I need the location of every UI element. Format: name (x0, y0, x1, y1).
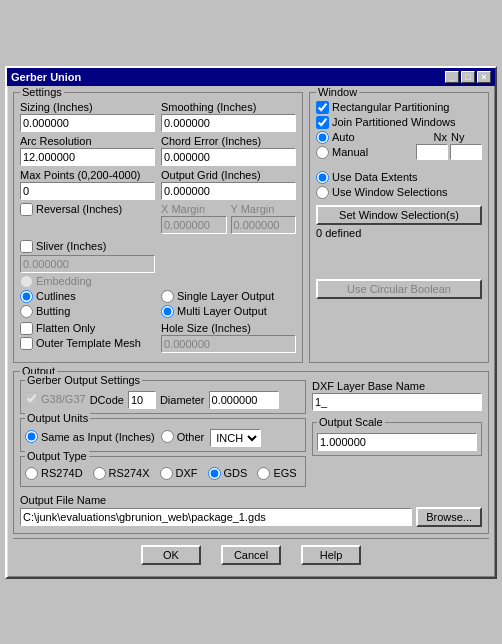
help-button[interactable]: Help (301, 545, 361, 565)
ok-button[interactable]: OK (141, 545, 201, 565)
close-button[interactable]: × (477, 71, 491, 83)
arc-resolution-field: Arc Resolution (20, 135, 155, 166)
chord-error-input[interactable] (161, 148, 296, 166)
flatten-outer-row: Flatten Only Outer Template Mesh Hole Si… (20, 322, 296, 353)
title-bar: Gerber Union _ □ × (7, 68, 495, 86)
max-points-label: Max Points (0,200-4000) (20, 169, 155, 181)
sizing-field: Sizing (Inches) (20, 101, 155, 132)
chord-error-field: Chord Error (Inches) (161, 135, 296, 166)
g38g37-checkbox (25, 392, 38, 405)
rs274x-radio-row: RS274X (93, 467, 150, 480)
sliver-input (20, 255, 155, 273)
use-circular-button: Use Circular Boolean (316, 279, 482, 299)
settings-group: Settings Sizing (Inches) Smoothing (Inch… (13, 92, 303, 363)
output-type-sub-group: Output Type RS274D RS274X (20, 456, 306, 487)
maximize-button[interactable]: □ (461, 71, 475, 83)
single-layer-radio[interactable] (161, 290, 174, 303)
same-as-input-radio[interactable] (25, 430, 38, 443)
cutlines-radio-row: Cutlines (20, 290, 155, 303)
outer-template-check-row: Outer Template Mesh (20, 337, 155, 350)
reversal-label: Reversal (Inches) (36, 203, 122, 215)
dxf-layer-input[interactable] (312, 393, 482, 411)
embedding-radio-row: Embedding (20, 275, 296, 288)
sizing-label: Sizing (Inches) (20, 101, 155, 113)
smoothing-field: Smoothing (Inches) (161, 101, 296, 132)
arc-resolution-input[interactable] (20, 148, 155, 166)
rectangular-label: Rectangular Partitioning (332, 101, 449, 113)
y-margin-label: Y Margin (231, 203, 297, 215)
output-file-input[interactable] (20, 508, 412, 526)
dxf-layer-label: DXF Layer Base Name (312, 380, 482, 392)
y-margin-field: Y Margin (231, 203, 297, 234)
other-radio-row: Other (161, 430, 205, 443)
x-margin-label: X Margin (161, 203, 227, 215)
output-file-label: Output File Name (20, 494, 482, 506)
use-window-radio[interactable] (316, 186, 329, 199)
manual-radio[interactable] (316, 146, 329, 159)
smoothing-input[interactable] (161, 114, 296, 132)
egs-label: EGS (273, 467, 296, 479)
browse-button[interactable]: Browse... (416, 507, 482, 527)
dxf-label: DXF (176, 467, 198, 479)
content-area: Settings Sizing (Inches) Smoothing (Inch… (7, 86, 495, 577)
manual-label: Manual (332, 146, 368, 158)
arc-chord-row: Arc Resolution Chord Error (Inches) (20, 135, 296, 169)
embedding-radio (20, 275, 33, 288)
settings-label: Settings (20, 86, 64, 98)
dxf-radio[interactable] (160, 467, 173, 480)
minimize-button[interactable]: _ (445, 71, 459, 83)
join-check-row: Join Partitioned Windows (316, 116, 482, 129)
set-window-button[interactable]: Set Window Selection(s) (316, 205, 482, 225)
output-group: Output Gerber Output Settings G38/G37 DC… (13, 371, 489, 534)
rs274d-radio[interactable] (25, 467, 38, 480)
window-title: Gerber Union (11, 71, 81, 83)
y-margin-input (231, 216, 297, 234)
auto-radio-row: Auto (316, 131, 410, 144)
rectangular-checkbox[interactable] (316, 101, 329, 114)
dxf-radio-row: DXF (160, 467, 198, 480)
sliver-checkbox[interactable] (20, 240, 33, 253)
use-data-radio[interactable] (316, 171, 329, 184)
flatten-checkbox[interactable] (20, 322, 33, 335)
diameter-input[interactable] (209, 391, 279, 409)
sizing-input[interactable] (20, 114, 155, 132)
egs-radio-row: EGS (257, 467, 296, 480)
outer-template-checkbox[interactable] (20, 337, 33, 350)
g38g37-label: G38/G37 (41, 393, 86, 405)
auto-radio[interactable] (316, 131, 329, 144)
rs274x-radio[interactable] (93, 467, 106, 480)
egs-radio[interactable] (257, 467, 270, 480)
max-points-input[interactable] (20, 182, 155, 200)
cutlines-radio[interactable] (20, 290, 33, 303)
reversal-row: Reversal (Inches) X Margin Y Margin (20, 203, 296, 237)
sizing-smoothing-row: Sizing (Inches) Smoothing (Inches) (20, 101, 296, 135)
dcode-input[interactable] (128, 391, 156, 409)
x-margin-field: X Margin (161, 203, 227, 234)
embedding-label: Embedding (36, 275, 92, 287)
dxf-layer-field: DXF Layer Base Name (312, 380, 482, 411)
main-window: Gerber Union _ □ × Settings Sizing (Inch… (5, 66, 497, 579)
output-scale-input[interactable] (317, 433, 477, 451)
sliver-label: Sliver (Inches) (36, 240, 106, 252)
butting-label: Butting (36, 305, 70, 317)
output-grid-label: Output Grid (Inches) (161, 169, 296, 181)
join-checkbox[interactable] (316, 116, 329, 129)
rs274d-label: RS274D (41, 467, 83, 479)
gds-radio[interactable] (208, 467, 221, 480)
output-grid-input[interactable] (161, 182, 296, 200)
use-window-label: Use Window Selections (332, 186, 448, 198)
use-window-radio-row: Use Window Selections (316, 186, 482, 199)
reversal-checkbox[interactable] (20, 203, 33, 216)
other-radio[interactable] (161, 430, 174, 443)
arc-resolution-label: Arc Resolution (20, 135, 155, 147)
unit-select[interactable]: INCH MM MIL (210, 429, 261, 447)
embedding-section: Embedding Cutlines Butting (20, 275, 296, 320)
window-group: Window Rectangular Partitioning Join Par… (309, 92, 489, 363)
output-units-sub-label: Output Units (25, 412, 90, 424)
multi-layer-radio[interactable] (161, 305, 174, 318)
output-scale-sub-group: Output Scale (312, 422, 482, 456)
ny-input (450, 144, 482, 160)
butting-radio[interactable] (20, 305, 33, 318)
cancel-button[interactable]: Cancel (221, 545, 281, 565)
same-as-input-radio-row: Same as Input (Inches) (25, 430, 155, 443)
